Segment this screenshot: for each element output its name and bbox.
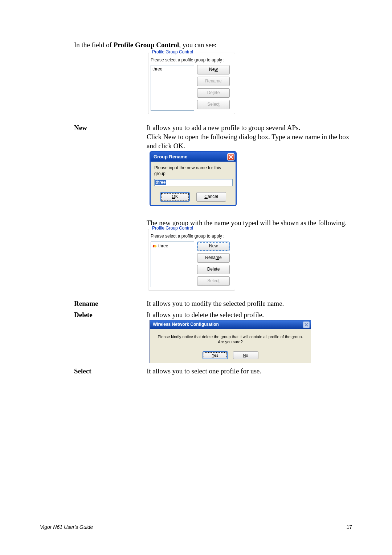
- panel-legend: Profile Group Control: [151, 49, 195, 55]
- intro-text: In the field of Profile Group Control, y…: [74, 41, 352, 50]
- svg-point-1: [154, 245, 156, 247]
- rename-button[interactable]: Rename: [197, 77, 230, 86]
- cancel-button[interactable]: Cancel: [196, 192, 226, 202]
- new-button[interactable]: New: [197, 65, 230, 74]
- profile-group-control-panel-1: Profile Group Control Please select a pr…: [148, 53, 235, 114]
- delete-button[interactable]: Delete: [197, 265, 230, 274]
- page-number: 17: [346, 524, 352, 530]
- panel-sublabel: Please select a profile group to apply :: [151, 57, 233, 63]
- rename-button[interactable]: Rename: [197, 253, 230, 263]
- list-item[interactable]: three: [151, 65, 194, 73]
- delete-button[interactable]: Delete: [197, 88, 230, 98]
- group-name-input[interactable]: three: [154, 179, 233, 186]
- term-delete: Delete: [74, 311, 147, 363]
- footer-guide: Vigor N61 User's Guide: [40, 524, 93, 530]
- panel-legend: Profile Group Control: [151, 226, 195, 231]
- profile-group-control-panel-2: Profile Group Control Please select a pr…: [148, 229, 235, 291]
- dialog-message: Please kindly notice that delete the gro…: [150, 329, 311, 348]
- list-item[interactable]: three: [151, 242, 194, 251]
- close-icon: [305, 323, 308, 327]
- new-button[interactable]: New: [197, 242, 230, 251]
- close-button[interactable]: [303, 321, 310, 328]
- select-button[interactable]: Select: [197, 276, 230, 286]
- delete-confirm-dialog: Wireless Network Configuration Please ki…: [150, 320, 311, 363]
- desc-new: It allows you to add a new profile to gr…: [147, 123, 352, 291]
- desc-rename: It allows you to modify the selected pro…: [147, 299, 352, 308]
- term-rename: Rename: [74, 299, 147, 308]
- dialog-title: Wireless Network Configuration: [153, 322, 219, 328]
- term-select: Select: [74, 367, 147, 376]
- ok-button[interactable]: OK: [160, 192, 190, 202]
- desc-select: It allows you to select one profile for …: [147, 367, 352, 376]
- select-button[interactable]: Select: [197, 100, 230, 109]
- close-icon: [229, 155, 233, 159]
- dialog-title: Group Rename: [154, 154, 187, 160]
- desc-delete: It allows you to delete the selected pro…: [147, 311, 352, 363]
- profile-group-list[interactable]: three: [151, 242, 194, 287]
- no-button[interactable]: No: [233, 351, 258, 359]
- profile-group-list[interactable]: three: [151, 65, 194, 111]
- group-icon: [152, 244, 157, 248]
- close-button[interactable]: [227, 153, 234, 161]
- dialog-prompt: Please input the new name for this group: [154, 165, 232, 177]
- group-rename-dialog: Group Rename Please input the new name f…: [150, 151, 237, 206]
- yes-button[interactable]: Yes: [203, 351, 228, 359]
- term-new: New: [74, 123, 147, 291]
- panel-sublabel: Please select a profile group to apply :: [151, 234, 233, 239]
